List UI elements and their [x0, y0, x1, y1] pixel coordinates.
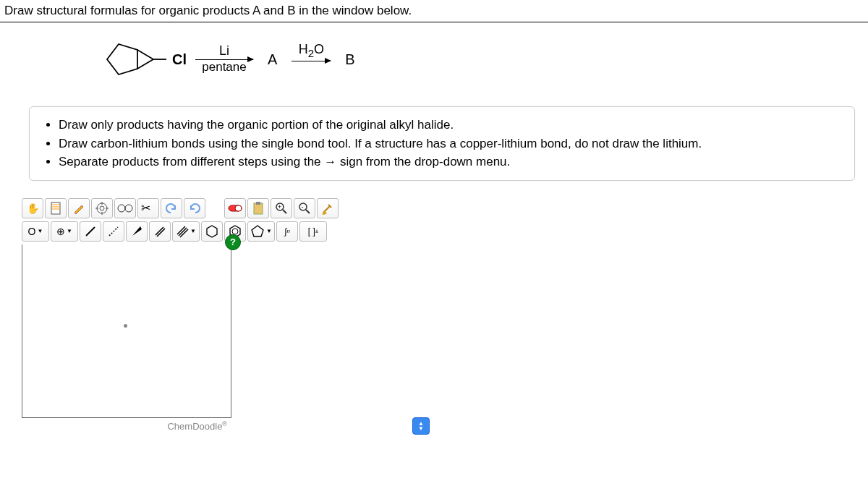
wedge-bond-icon[interactable]	[126, 221, 148, 242]
toolbar-row-2: O▼ ⊕▼ ▼ ▼ ∫n [ ]±	[22, 220, 427, 243]
sketch-widget: ✋ ✂ + -	[22, 197, 427, 453]
hand-icon[interactable]: ✋	[22, 198, 43, 218]
hexagon-icon[interactable]	[201, 221, 223, 242]
question-prompt: Draw structural formulas for organic pro…	[0, 0, 868, 22]
svg-text:+: +	[278, 203, 281, 210]
svg-line-19	[306, 210, 310, 213]
undo-icon[interactable]	[161, 198, 182, 218]
element-button[interactable]: O▼	[22, 221, 49, 242]
dashed-bond-icon[interactable]	[103, 221, 124, 242]
svg-line-22	[109, 227, 118, 236]
drawing-canvas[interactable]: ?	[22, 244, 231, 418]
svg-line-16	[283, 210, 286, 213]
chemdoodle-brand: ChemDoodle®	[22, 418, 231, 434]
svg-text:✂: ✂	[141, 202, 150, 214]
pill-icon[interactable]	[224, 198, 246, 218]
svg-text:-: -	[302, 203, 304, 210]
svg-marker-29	[207, 226, 217, 237]
target-icon[interactable]	[91, 198, 113, 218]
zoom-out-icon[interactable]: -	[294, 198, 315, 218]
svg-line-2	[137, 59, 153, 69]
instruction-item: Draw carbon-lithium bonds using the sing…	[59, 135, 844, 153]
svg-line-1	[137, 50, 153, 59]
glasses-icon[interactable]	[114, 198, 136, 218]
pencil-icon[interactable]	[68, 198, 90, 218]
arrow2-reagent-top: H2O	[299, 43, 324, 59]
pentagon-icon[interactable]: ▼	[247, 221, 275, 242]
svg-rect-13	[254, 203, 263, 214]
charge-button[interactable]: ⊕▼	[51, 221, 78, 242]
svg-point-31	[232, 229, 238, 234]
arrow1-reagent-top: Li	[219, 44, 229, 57]
stepper-control[interactable]: ▲ ▼	[412, 417, 430, 435]
svg-marker-0	[107, 44, 137, 74]
canvas-atom-dot[interactable]	[124, 324, 127, 328]
svg-line-21	[86, 227, 95, 236]
chevron-down-icon: ▼	[266, 228, 272, 234]
zoom-in-icon[interactable]: +	[271, 198, 292, 218]
svg-marker-23	[132, 226, 142, 236]
svg-point-7	[118, 205, 125, 212]
reaction-scheme: Cl Li pentane A H2O B	[0, 22, 868, 96]
integral-n-icon[interactable]: ∫n	[276, 221, 298, 242]
single-bond-icon[interactable]	[80, 221, 101, 242]
svg-point-6	[100, 206, 104, 210]
scissors-icon[interactable]: ✂	[137, 198, 159, 218]
cl-label: Cl	[172, 51, 187, 68]
arrow-1: Li pentane	[195, 44, 253, 74]
redo-icon[interactable]	[184, 198, 205, 218]
toolbar-row-1: ✋ ✂ + -	[22, 197, 427, 220]
svg-rect-12	[235, 205, 242, 211]
product-A-label: A	[268, 51, 277, 68]
svg-point-8	[125, 205, 132, 212]
chevron-down-icon: ▼	[190, 228, 196, 234]
svg-rect-14	[256, 202, 260, 205]
instruction-item: Draw only products having the organic po…	[59, 116, 844, 135]
svg-marker-32	[252, 226, 263, 236]
cyclopentyl-chloride-structure	[94, 35, 169, 83]
instruction-item: Separate products from different steps u…	[59, 153, 844, 171]
instructions-box: Draw only products having the organic po…	[29, 106, 855, 181]
arrow-2: H2O	[292, 43, 331, 76]
bracket-charge-icon[interactable]: [ ]±	[299, 221, 327, 242]
svg-point-5	[97, 203, 107, 213]
broom-icon[interactable]	[317, 198, 339, 218]
arrow1-reagent-bottom: pentane	[202, 60, 246, 74]
svg-rect-4	[51, 202, 60, 214]
product-B-label: B	[345, 51, 354, 68]
chevron-down-icon: ▼	[67, 228, 72, 234]
doc-icon[interactable]	[45, 198, 67, 218]
double-bond-icon[interactable]	[149, 221, 171, 242]
triple-bond-icon[interactable]: ▼	[172, 221, 200, 242]
chevron-down-icon: ▼	[418, 426, 424, 431]
chevron-down-icon: ▼	[37, 228, 43, 234]
paste-icon[interactable]	[247, 198, 269, 218]
help-button[interactable]: ?	[225, 234, 241, 250]
